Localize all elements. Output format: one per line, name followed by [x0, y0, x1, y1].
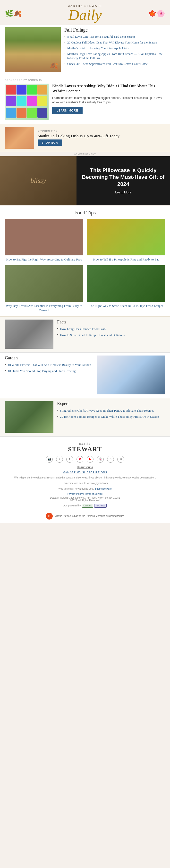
fall-foliage-image [5, 27, 61, 72]
bay-leaves-link[interactable]: Why Bay Leaves Are Essential in Everythi… [5, 304, 83, 312]
snapchat-icon[interactable]: 👻 [97, 456, 104, 463]
list-item: 8 Ingredients Chefs Always Keep in Their… [57, 408, 159, 413]
list-item: Martha's Dogs Love Eating Apples From He… [64, 52, 165, 61]
footer-subscribe-text: Was this email forwarded to you? Subscri… [7, 487, 163, 491]
sponsored-content: Kindle Lovers Are Asking: Why Didn't I F… [5, 84, 165, 120]
blissy-learn-more[interactable]: Learn More [81, 190, 165, 194]
bay-leaves-image [5, 266, 83, 302]
fall-link-1[interactable]: 8 Fall Lawn Care Tips for a Beautiful Ya… [67, 35, 135, 38]
subscribe-pre: Was this email forwarded to you? [58, 488, 95, 490]
fall-link-5[interactable]: Check Out These Sophisticated Fall Scent… [67, 62, 148, 66]
garden-section: Garden 10 White Flowers That Will Add Ti… [0, 352, 170, 398]
pineapple-image [87, 219, 165, 255]
garden-link-2[interactable]: 10 Herbs You Should Stop Buying and Star… [8, 369, 75, 373]
ads-label: Ads powered by [63, 504, 81, 507]
facts-content: Facts How Long Does Canned Food Last? Ho… [57, 319, 125, 349]
facts-links: How Long Does Canned Food Last? How to S… [57, 327, 125, 337]
fall-link-3[interactable]: Martha's Guide to Pressing Your Own Appl… [67, 46, 129, 50]
dotdash-text: Martha Stewart is part of the Dotdash Me… [55, 515, 124, 517]
kitchen-pick-content: Kitchen Pick Staub's Fall Baking Dish Is… [38, 130, 165, 146]
kitchen-pick-heading: Staub's Fall Baking Dish Is Up to 40% Of… [38, 134, 165, 138]
sponsored-image [5, 84, 48, 120]
list-item: Martha's Guide to Pressing Your Own Appl… [64, 46, 165, 51]
copyright-text: ©2024. All Rights Reserved. [70, 499, 100, 502]
learn-more-button[interactable]: LEARN MORE [52, 107, 82, 114]
facebook-icon[interactable]: f [66, 456, 73, 463]
facts-image [5, 319, 54, 349]
list-item: 10 Herbs You Should Stop Buying and Star… [5, 369, 94, 373]
expert-section: Expert 8 Ingredients Chefs Always Keep i… [0, 398, 170, 436]
expert-content: Expert 8 Ingredients Chefs Always Keep i… [57, 401, 159, 433]
facts-link-1[interactable]: How Long Does Canned Food Last? [60, 327, 106, 331]
fall-foliage-section: Fall Foliage 8 Fall Lawn Care Tips for a… [0, 25, 170, 76]
youtube-icon[interactable]: ▶ [87, 456, 94, 463]
advertisement-section: ADVERTISEMENT blissy This Pillowcase is … [0, 152, 170, 206]
fall-foliage-content: Fall Foliage 8 Fall Lawn Care Tips for a… [64, 27, 165, 72]
food-tips-grid: How to Eat Figs the Right Way, According… [5, 219, 165, 313]
blissy-brand-image: blissy [0, 156, 76, 205]
food-tip-figs: How to Eat Figs the Right Way, According… [5, 219, 83, 262]
list-item: 20 Outdoor Fall Décor Ideas That Will El… [64, 40, 165, 45]
pineapple-link[interactable]: How to Tell If a Pineapple Is Ripe and R… [87, 257, 165, 262]
fall-link-4[interactable]: Martha's Dogs Love Eating Apples From He… [67, 52, 163, 60]
kitchen-pick-label: Kitchen Pick [38, 130, 165, 133]
blissy-brand-name: blissy [31, 177, 46, 184]
unsubscribe-link[interactable]: Unsubscribe [7, 466, 163, 469]
garden-links: 10 White Flowers That Will Add Timeless … [5, 363, 94, 373]
tiktok-icon[interactable]: ♪ [56, 456, 63, 463]
header: 🌿🍂 martha Stewart Daily 🍁🌸 [0, 0, 170, 25]
livintent-badge[interactable]: Livintent [82, 504, 93, 508]
privacy-policy-link[interactable]: Privacy Policy [68, 493, 82, 495]
footer-email-note: This email was sent to xxxxxx@gmail.com [7, 482, 163, 485]
expert-image [5, 401, 54, 433]
garden-link-1[interactable]: 10 White Flowers That Will Add Timeless … [8, 363, 91, 367]
fall-foliage-heading: Fall Foliage [64, 27, 165, 33]
pinterest-icon[interactable]: P [76, 456, 83, 463]
figs-link[interactable]: How to Eat Figs the Right Way, According… [5, 257, 83, 262]
blissy-heading: This Pillowcase is Quickly Becoming The … [81, 167, 165, 188]
dotdash-logo-icon: D [46, 513, 53, 520]
footer-address: Dotdash Meredith, 225 Liberty St, 4th Fl… [7, 496, 163, 502]
terms-link[interactable]: Terms of Service [84, 493, 102, 495]
blissy-image: blissy [0, 156, 76, 205]
sponsored-text: Kindle Lovers Are Asking: Why Didn't I F… [52, 84, 165, 120]
facts-link-2[interactable]: How to Store Bread to Keep It Fresh and … [60, 333, 125, 337]
food-tip-pineapple: How to Tell If a Pineapple Is Ripe and R… [87, 219, 165, 262]
food-tip-bay-leaves: Why Bay Leaves Are Essential in Everythi… [5, 266, 83, 312]
zucchini-image [87, 266, 165, 302]
instagram-icon[interactable]: 📷 [46, 456, 53, 463]
address-text: Dotdash Meredith, 225 Liberty St, 4th Fl… [50, 496, 120, 499]
garden-heading: Garden [5, 355, 94, 361]
list-item: 8 Fall Lawn Care Tips for a Beautiful Ya… [64, 35, 165, 39]
kitchen-pick-section: Kitchen Pick Staub's Fall Baking Dish Is… [0, 124, 170, 152]
list-item: 20 Heirloom Tomato Recipes to Make While… [57, 414, 159, 419]
expert-links: 8 Ingredients Chefs Always Keep in Their… [57, 408, 159, 419]
sponsored-section: SPONSORED BY BOOKBUB Kindle Lovers Are A… [0, 76, 170, 124]
adchoice-badge[interactable]: AdChoice [94, 504, 107, 508]
twitter-icon[interactable]: ✕ [107, 456, 114, 463]
flipboard-icon[interactable]: ⧉ [117, 456, 124, 463]
kitchen-pick-image [5, 127, 34, 149]
blissy-ad: blissy This Pillowcase is Quickly Becomi… [0, 156, 170, 205]
figs-image [5, 219, 83, 255]
footer-dotdash-row: D Martha Stewart is part of the Dotdash … [7, 510, 163, 520]
sponsored-body: Learn the secret to saving on today's bi… [52, 96, 165, 104]
manage-subscriptions-link[interactable]: MANAGE MY SUBSCRIPTIONS [7, 471, 163, 474]
food-tip-zucchini: The Right Way to Store Zucchini So It St… [87, 266, 165, 312]
footer-logo-large: stewart [7, 446, 163, 453]
footer-logo-small: martha [7, 442, 163, 446]
garden-content: Garden 10 White Flowers That Will Add Ti… [5, 355, 94, 394]
expert-link-1[interactable]: 8 Ingredients Chefs Always Keep in Their… [60, 409, 154, 412]
expert-link-2[interactable]: 20 Heirloom Tomato Recipes to Make While… [60, 415, 159, 418]
sponsored-heading: Kindle Lovers Are Asking: Why Didn't I F… [52, 84, 165, 94]
shop-now-button[interactable]: SHOP NOW [38, 140, 62, 146]
right-floral-decoration: 🍁🌸 [148, 9, 165, 18]
zucchini-link[interactable]: The Right Way to Store Zucchini So It St… [87, 304, 165, 308]
subscribe-link[interactable]: Subscribe Here [95, 488, 112, 490]
fall-foliage-links: 8 Fall Lawn Care Tips for a Beautiful Ya… [64, 35, 165, 66]
social-icons-row: 📷 ♪ f P ▶ 👻 ✕ ⧉ [7, 456, 163, 463]
fall-link-2[interactable]: 20 Outdoor Fall Décor Ideas That Will El… [67, 41, 157, 44]
facts-section: Facts How Long Does Canned Food Last? Ho… [0, 316, 170, 352]
list-item: How to Store Bread to Keep It Fresh and … [57, 333, 125, 337]
footer-disclaimer: We independently evaluate all recommende… [7, 476, 163, 479]
